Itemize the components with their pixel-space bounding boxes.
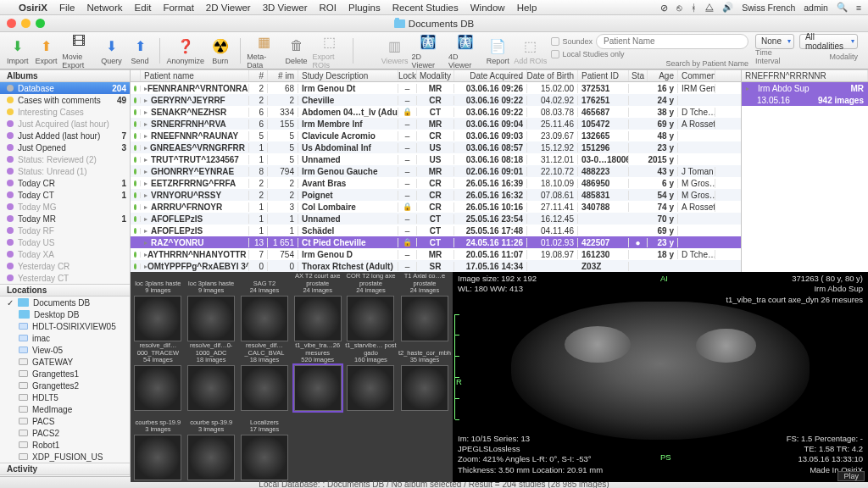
- location-item[interactable]: PACS2: [0, 427, 130, 439]
- menu-extra-icon[interactable]: ≡: [856, 3, 861, 13]
- menu-2d[interactable]: 2D Viewer: [206, 3, 251, 13]
- album-item[interactable]: Today RF: [0, 225, 130, 236]
- delete-button[interactable]: 🗑Delete: [284, 36, 309, 65]
- burn-button[interactable]: ☢️Burn: [208, 36, 233, 65]
- table-row[interactable]: ▸RAZ^YONRU131 651Ct Pied Cheville🔒CT24.0…: [131, 236, 741, 248]
- 2d-viewer-button[interactable]: 🩻2D Viewer: [412, 31, 445, 69]
- table-row[interactable]: ▸OMtYPPFPg^RxAEBYI 3^^^00Thorax Rtchest …: [131, 260, 741, 272]
- table-row[interactable]: ▸RNEEFNNR^RAUNAY55Clavicule Acromio–CR03…: [131, 130, 741, 141]
- series-thumb[interactable]: Localizers17 images: [239, 413, 291, 480]
- series-thumb[interactable]: resolve_dif…0-1000_ADC18 images: [186, 343, 237, 411]
- image-viewer[interactable]: AI R PS Image size: 192 x 192WL: 180 WW:…: [453, 272, 868, 482]
- location-item[interactable]: HDLT-OSIRIXVIEW05: [0, 320, 130, 332]
- album-item[interactable]: Today CR1: [0, 177, 130, 189]
- album-item[interactable]: Interesting Cases: [0, 106, 130, 118]
- user-menu[interactable]: admin: [804, 3, 828, 13]
- table-row[interactable]: ▸ARRRU^FRNOYR13Col Lombaire🔒CR26.05.16 1…: [131, 201, 741, 213]
- movie-export-button[interactable]: 🎞Movie Export: [62, 31, 95, 69]
- table-row[interactable]: ▸FENNRANR^VRNTONRA268Irm Genou Dt–MR03.0…: [131, 82, 741, 94]
- series-thumb[interactable]: COR T2 long axe prostate24 images: [345, 274, 397, 341]
- menu-edit[interactable]: Edit: [135, 3, 152, 13]
- location-item[interactable]: Grangettes2: [0, 380, 130, 391]
- series-thumb[interactable]: t2_haste_cor_mbh35 images: [398, 343, 451, 411]
- album-item[interactable]: Cases with comments49: [0, 94, 130, 106]
- location-item[interactable]: PACS: [0, 415, 130, 427]
- table-row[interactable]: ▸AFOFLEPzIS11Unnamed–CT25.05.16 23:5416.…: [131, 213, 741, 225]
- menu-roi[interactable]: ROI: [320, 3, 337, 13]
- location-item[interactable]: View-05: [0, 344, 130, 356]
- series-thumb[interactable]: SAG T224 images: [239, 274, 291, 341]
- album-item[interactable]: Just Opened3: [0, 141, 130, 153]
- location-item[interactable]: Grangettes1: [0, 368, 130, 380]
- bluetooth-icon[interactable]: ᚼ: [691, 3, 697, 13]
- send-button[interactable]: ⬆︎Send: [127, 36, 153, 65]
- table-row[interactable]: ▸TRUT^TRUT^123456715Unnamed–US03.06.16 0…: [131, 153, 741, 165]
- export-button[interactable]: ⬆︎Export: [34, 36, 59, 65]
- location-item[interactable]: GATEWAY: [0, 356, 130, 368]
- import-button[interactable]: ⬇︎Import: [5, 36, 31, 65]
- location-item[interactable]: Desktop DB: [0, 308, 130, 320]
- play-button[interactable]: Play: [837, 471, 865, 481]
- series-thumb[interactable]: AX T2 court axe prostate24 images: [292, 274, 343, 341]
- series-thumb[interactable]: courbes sp-19.93 images: [132, 413, 184, 480]
- export-rois-button[interactable]: ⬚Export ROIs: [312, 31, 345, 69]
- system-menubar[interactable]: OsiriX File Network Edit Format 2D Viewe…: [0, 0, 868, 15]
- album-item[interactable]: Status: Reviewed (2): [0, 153, 130, 165]
- anonymize-button[interactable]: ❓Anonymize: [167, 36, 205, 65]
- menu-network[interactable]: Network: [86, 3, 122, 13]
- filter-modality[interactable]: All modalities: [799, 34, 858, 49]
- album-item[interactable]: Status: Unread (1): [0, 165, 130, 177]
- search-input[interactable]: [596, 34, 748, 49]
- menu-recent[interactable]: Recent Studies: [392, 3, 459, 13]
- series-thumb[interactable]: t1_vibe_tra…26 mesures520 images: [292, 343, 343, 411]
- album-item[interactable]: Yesterday CR: [0, 260, 130, 272]
- album-item[interactable]: Just Acquired (last hour): [0, 118, 130, 130]
- menu-help[interactable]: Help: [517, 3, 537, 13]
- report-button[interactable]: 📄Report: [485, 36, 510, 65]
- wifi-icon[interactable]: ⧋: [705, 2, 714, 13]
- table-row[interactable]: ▸GERYRN^JEYRRF22Cheville–CR03.06.16 09:2…: [131, 94, 741, 106]
- window-titlebar[interactable]: Documents DB: [0, 15, 868, 32]
- metadata-button[interactable]: ▦Meta-Data: [247, 31, 280, 69]
- album-item[interactable]: Today CT1: [0, 189, 130, 201]
- series-thumb[interactable]: resolve_dif…000_TRACEW54 images: [132, 343, 184, 411]
- location-item[interactable]: MedImage: [0, 403, 130, 415]
- menu-file[interactable]: File: [59, 3, 75, 13]
- location-item[interactable]: Robot1: [0, 439, 130, 451]
- local-checkbox[interactable]: [551, 50, 559, 58]
- location-item[interactable]: HDLT5: [0, 391, 130, 403]
- status-icon[interactable]: ⎋: [676, 3, 682, 13]
- input-flag[interactable]: Swiss French: [742, 3, 795, 13]
- filter-none[interactable]: None: [755, 34, 794, 49]
- album-item[interactable]: Just Added (last hour)7: [0, 130, 130, 141]
- table-row[interactable]: ▸AYTHRRN^NHANYOTTR7754Irm Genou D–MR20.0…: [131, 248, 741, 260]
- add-rois-button[interactable]: ⬚Add ROIs: [514, 36, 547, 65]
- table-row[interactable]: ▸GNREAES^VRNGRFRR15Us Abdominal Inf–US03…: [131, 141, 741, 153]
- series-thumb[interactable]: loc 3plans haste9 images: [186, 274, 237, 341]
- series-thumb[interactable]: t1_starvibe… post gado160 images: [345, 343, 397, 411]
- location-item[interactable]: ✓ Documents DB: [0, 297, 130, 308]
- album-item[interactable]: Database204: [0, 82, 130, 94]
- menu-3d[interactable]: 3D Viewer: [263, 3, 308, 13]
- soundex-checkbox[interactable]: [551, 37, 559, 46]
- table-header[interactable]: Patient name # # im Study Description Lo…: [131, 69, 741, 82]
- series-thumb[interactable]: resolve_dif…_CALC_BVAL18 images: [239, 343, 291, 411]
- album-item[interactable]: Today MG: [0, 201, 130, 213]
- menu-plugins[interactable]: Plugins: [348, 3, 381, 13]
- location-item[interactable]: imac: [0, 332, 130, 344]
- album-item[interactable]: Yesterday CT: [0, 272, 130, 284]
- menu-format[interactable]: Format: [163, 3, 193, 13]
- query-button[interactable]: ⬇︎Query: [99, 36, 125, 65]
- album-item[interactable]: Today MR1: [0, 213, 130, 225]
- viewers-button[interactable]: ▥Viewers: [381, 36, 409, 65]
- spotlight-icon[interactable]: 🔍: [837, 2, 848, 13]
- table-row[interactable]: ▸EETZRFRRNG^FRFA22Avant Bras–CR26.05.16 …: [131, 177, 741, 189]
- series-thumb[interactable]: T1 Axial co…e prostate24 images: [398, 274, 451, 341]
- series-thumb[interactable]: courbe sp-39.93 images: [186, 413, 237, 480]
- album-item[interactable]: Today US: [0, 236, 130, 248]
- right-study-row[interactable]: ▸ Irm Abdo Sup MR: [742, 82, 868, 94]
- table-row[interactable]: ▸SENAKR^NEZHSR6334Abdomen 04…t_Iv (Adult…: [131, 106, 741, 118]
- series-thumb[interactable]: loc 3plans haste9 images: [132, 274, 184, 341]
- app-menu[interactable]: OsiriX: [19, 3, 47, 13]
- location-item[interactable]: XDP_FUSION_US: [0, 451, 130, 463]
